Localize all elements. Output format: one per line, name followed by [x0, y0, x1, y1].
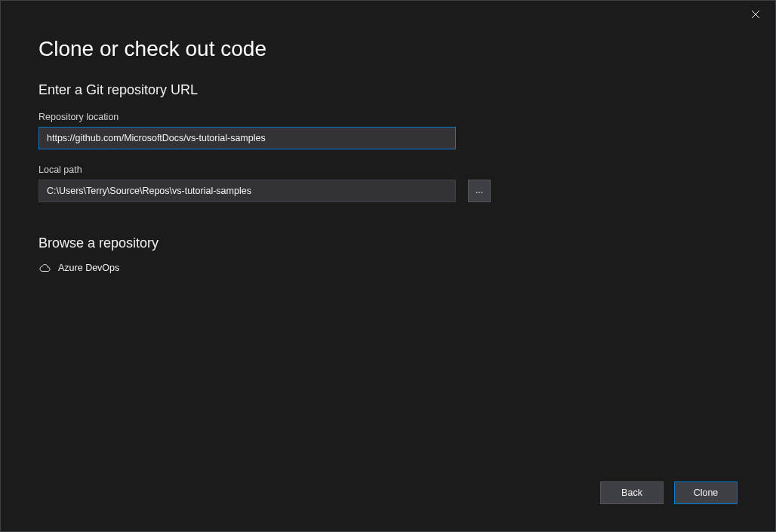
provider-azure-devops[interactable]: Azure DevOps: [38, 260, 738, 275]
browse-path-button[interactable]: ...: [468, 180, 491, 202]
repository-location-label: Repository location: [38, 112, 738, 122]
close-button[interactable]: [751, 8, 765, 22]
clone-button[interactable]: Clone: [674, 481, 738, 504]
section-heading: Enter a Git repository URL: [38, 82, 738, 98]
page-title: Clone or check out code: [38, 37, 738, 61]
local-path-label: Local path: [38, 165, 738, 175]
browse-repository-heading: Browse a repository: [38, 235, 738, 251]
cloud-icon: [38, 262, 51, 274]
provider-label: Azure DevOps: [58, 263, 119, 273]
repository-location-input[interactable]: [38, 127, 456, 149]
close-icon: [751, 10, 760, 19]
back-button[interactable]: Back: [600, 481, 664, 504]
local-path-input[interactable]: [38, 180, 456, 202]
